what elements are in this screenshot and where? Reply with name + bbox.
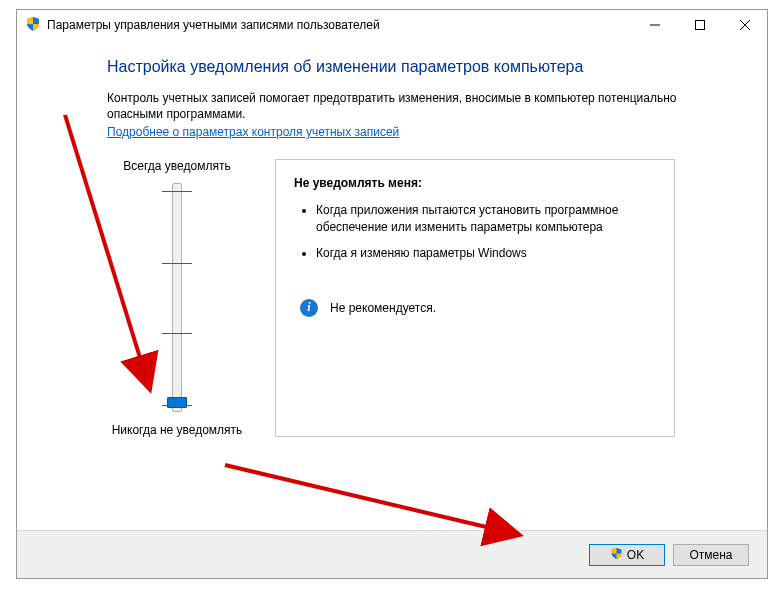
slider-tick	[162, 333, 192, 334]
shield-icon	[25, 16, 41, 35]
minimize-button[interactable]	[632, 10, 677, 40]
close-button[interactable]	[722, 10, 767, 40]
cancel-button-label: Отмена	[689, 548, 732, 562]
footer-bar: OK Отмена	[17, 530, 767, 578]
page-heading: Настройка уведомления об изменении парам…	[107, 58, 707, 76]
content-area: Настройка уведомления об изменении парам…	[17, 40, 767, 530]
ok-button[interactable]: OK	[589, 544, 665, 566]
window-title: Параметры управления учетными записями п…	[47, 18, 380, 32]
list-item: Когда я изменяю параметры Windows	[316, 245, 656, 261]
titlebar: Параметры управления учетными записями п…	[17, 10, 767, 40]
info-icon: i	[300, 299, 318, 317]
slider-track	[172, 183, 182, 412]
description-text: Контроль учетных записей помогает предот…	[107, 90, 707, 122]
slider-area: Всегда уведомлять Никогда не уведомлять …	[107, 159, 707, 437]
slider-top-label: Всегда уведомлять	[97, 159, 257, 173]
window-controls	[632, 10, 767, 40]
slider-bottom-label: Никогда не уведомлять	[97, 423, 257, 437]
slider-column: Всегда уведомлять Никогда не уведомлять	[107, 159, 247, 437]
list-item: Когда приложения пытаются установить про…	[316, 202, 656, 234]
shield-icon	[610, 547, 623, 563]
svg-rect-1	[695, 21, 704, 30]
ok-button-label: OK	[627, 548, 644, 562]
panel-bullet-list: Когда приложения пытаются установить про…	[316, 202, 656, 261]
cancel-button[interactable]: Отмена	[673, 544, 749, 566]
setting-description-panel: Не уведомлять меня: Когда приложения пыт…	[275, 159, 675, 437]
panel-title: Не уведомлять меня:	[294, 176, 656, 190]
notification-slider[interactable]	[147, 183, 207, 413]
slider-thumb[interactable]	[167, 397, 187, 408]
learn-more-link[interactable]: Подробнее о параметрах контроля учетных …	[107, 125, 399, 139]
recommendation-text: Не рекомендуется.	[330, 301, 436, 315]
maximize-button[interactable]	[677, 10, 722, 40]
slider-tick	[162, 191, 192, 192]
uac-settings-window: Параметры управления учетными записями п…	[16, 9, 768, 579]
recommendation-row: i Не рекомендуется.	[300, 299, 656, 317]
slider-tick	[162, 263, 192, 264]
